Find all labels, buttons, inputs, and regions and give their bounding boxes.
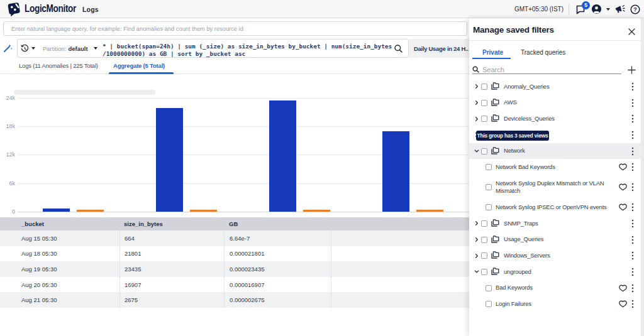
- tree-row-menu-button[interactable]: [631, 183, 634, 192]
- announcements-button[interactable]: [614, 4, 625, 14]
- tree-row-menu-button[interactable]: [631, 236, 634, 244]
- tree-folder: [491, 250, 499, 261]
- tree-checkbox[interactable]: [486, 184, 492, 190]
- tree-group-label[interactable]: AWS: [504, 99, 517, 107]
- tree-checkbox[interactable]: [481, 220, 487, 227]
- tree-checkbox[interactable]: [486, 164, 492, 170]
- tree-row-menu-button[interactable]: [631, 82, 634, 91]
- tree-row-menu-button[interactable]: [631, 268, 634, 276]
- tree-checkbox[interactable]: [481, 148, 487, 154]
- favorite-button[interactable]: [619, 203, 627, 211]
- tree-checkbox[interactable]: [481, 269, 487, 275]
- tree-saved-view-label[interactable]: Login Failures: [496, 300, 531, 308]
- query-input[interactable]: * | bucket(span=24h) | sum (_size) as si…: [103, 43, 392, 57]
- tree-group-label[interactable]: Network: [504, 147, 525, 155]
- tree-row-menu-button[interactable]: [631, 131, 634, 139]
- chart-gridline: [18, 212, 469, 212]
- favorite-button[interactable]: [619, 300, 627, 308]
- user-menu-caret[interactable]: [606, 8, 610, 11]
- tree-row-actions: [619, 203, 641, 212]
- tree-expand-toggle[interactable]: [474, 84, 479, 89]
- tree-checkbox[interactable]: [486, 301, 492, 307]
- tree-row-menu-button[interactable]: [631, 219, 634, 228]
- bar-size_in_bytes-Aug-18-05-30[interactable]: [156, 108, 183, 212]
- panel-title: Manage saved filters: [473, 25, 554, 35]
- bar-GB-Aug-15-05-30[interactable]: [77, 210, 104, 212]
- tree-saved-view-label[interactable]: Network Syslog IPSEC or OpenVPN events: [496, 203, 607, 212]
- tree-checkbox[interactable]: [486, 285, 492, 291]
- tree-saved-view-label[interactable]: Bad Keywords: [496, 284, 533, 292]
- partition-dropdown[interactable]: Partition: default: [43, 45, 97, 52]
- tree-row-menu-button[interactable]: [631, 114, 634, 123]
- tree-row-menu-button[interactable]: [631, 203, 634, 212]
- table-cell-empty: [331, 246, 469, 262]
- panel-scrollbar[interactable]: [641, 18, 644, 336]
- notifications-button[interactable]: 5: [575, 4, 586, 14]
- table-cell-empty: [331, 230, 469, 246]
- add-filter-button[interactable]: [628, 65, 636, 77]
- bar-size_in_bytes-Aug-19-05-30[interactable]: [269, 100, 296, 212]
- group-tooltip: This group has 3 saved views: [476, 131, 549, 141]
- tree-checkbox[interactable]: [481, 116, 487, 122]
- topbar-actions: GMT+05:30 (IST) 5: [514, 0, 640, 18]
- tree-row-menu-button[interactable]: [631, 300, 634, 308]
- tree-expand-toggle[interactable]: [474, 116, 479, 122]
- tree-expand-toggle[interactable]: [474, 253, 479, 259]
- tree-checkbox[interactable]: [481, 100, 487, 106]
- chart-scroll-indicator[interactable]: [14, 90, 155, 95]
- natural-language-search: [3, 21, 467, 36]
- tree-checkbox[interactable]: [481, 252, 487, 259]
- tree-expand-toggle[interactable]: [474, 269, 479, 274]
- saved-query-tab[interactable]: Daily Usage in 24 H..: [409, 39, 469, 58]
- favorite-button[interactable]: [619, 285, 627, 292]
- tree-row-menu-button[interactable]: [631, 99, 634, 107]
- bar-GB-Aug-18-05-30[interactable]: [190, 210, 217, 212]
- tree-row-menu-button[interactable]: [631, 251, 634, 260]
- panel-close-button[interactable]: [628, 26, 635, 38]
- ai-query-wand-button[interactable]: [3, 43, 13, 55]
- tree-group-label[interactable]: ungrouped: [504, 268, 531, 276]
- favorite-button[interactable]: [619, 163, 627, 171]
- panel-tab-tracked-queries[interactable]: Tracked queries: [521, 49, 565, 56]
- favorite-heart-icon: [619, 300, 627, 308]
- table-header-GB: GB: [224, 220, 331, 227]
- kebab-menu-icon: [631, 163, 634, 171]
- kebab-menu-icon: [631, 268, 634, 276]
- tree-saved-view-label[interactable]: Network Syslog Duplex Mismatch or VLAN M…: [496, 180, 610, 195]
- tree-group-label[interactable]: Windows_Servers: [504, 252, 550, 260]
- bar-size_in_bytes-Aug-15-05-30[interactable]: [43, 209, 70, 212]
- bar-size_in_bytes-Aug-20-05-30[interactable]: [382, 131, 409, 212]
- logicmonitor-logo[interactable]: LogicMonitor: [6, 1, 86, 16]
- favorite-heart-icon: [619, 285, 627, 292]
- tree-row-menu-button[interactable]: [631, 284, 634, 293]
- panel-search-input[interactable]: [482, 66, 608, 73]
- tab-aggregate[interactable]: Aggregate (5 Total): [113, 62, 165, 69]
- tree-row-actions: [619, 284, 641, 293]
- tree-group-label[interactable]: Anomaly_Queries: [504, 83, 550, 91]
- saved-query-tab-label: Daily Usage in 24 H..: [414, 45, 469, 52]
- panel-tab-private[interactable]: Private: [482, 49, 503, 56]
- tree-group-label[interactable]: Deviceless_Queries: [504, 115, 555, 123]
- natural-language-search-input[interactable]: [4, 26, 467, 32]
- tree-group-label[interactable]: SNMP_Traps: [504, 220, 538, 228]
- favorite-button[interactable]: [619, 183, 627, 191]
- tab-logs[interactable]: Logs (11 Anomalies | 225 Total): [19, 62, 98, 69]
- tree-checkbox[interactable]: [481, 84, 487, 90]
- tree-checkbox[interactable]: [481, 237, 487, 243]
- tree-expand-toggle[interactable]: [474, 220, 479, 226]
- tree-saved-view-label[interactable]: Network Bad Keywords: [496, 163, 555, 171]
- tree-row-menu-button[interactable]: [631, 147, 634, 156]
- tree-expand-toggle[interactable]: [474, 237, 479, 242]
- tree-group-label[interactable]: Usage_Queries: [504, 236, 543, 244]
- tree-row-menu-button[interactable]: [631, 163, 634, 171]
- bar-GB-Aug-20-05-30[interactable]: [416, 210, 443, 212]
- tree-expand-toggle[interactable]: [474, 148, 479, 154]
- run-query-button[interactable]: [394, 44, 403, 56]
- tree-expand-toggle[interactable]: [474, 100, 479, 106]
- help-icon: ?: [630, 4, 640, 14]
- bar-GB-Aug-19-05-30[interactable]: [303, 210, 330, 212]
- query-history-dropdown[interactable]: [21, 45, 35, 53]
- user-menu-button[interactable]: [591, 4, 602, 14]
- help-button[interactable]: ?: [630, 4, 640, 14]
- tree-checkbox[interactable]: [486, 204, 492, 210]
